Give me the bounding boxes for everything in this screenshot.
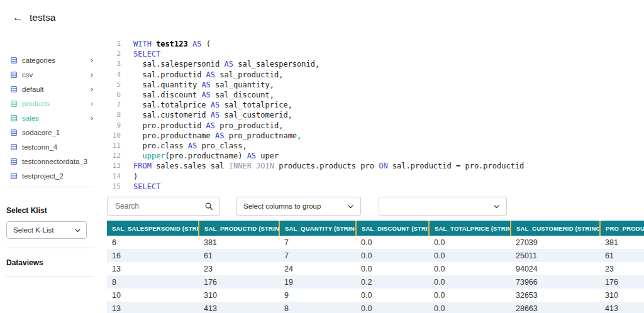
line-number: 8 (107, 110, 121, 120)
code-token: pro.productid (133, 121, 206, 130)
sidebar-divider (5, 187, 93, 187)
page-title: testsa (30, 12, 55, 23)
table-row: 638170.00.027039381 (107, 236, 644, 249)
sidebar-item-sodacore_1[interactable]: sodacore_1 (0, 125, 99, 140)
table-cell: 27039 (511, 236, 600, 249)
table-cell: 25011 (511, 249, 600, 262)
table-row: 166170.00.02501161 (107, 249, 644, 262)
table-cell: 176 (600, 275, 644, 288)
code-token: test123 (156, 40, 188, 48)
content-area: categories›csv›default›products›sales›so… (0, 35, 644, 313)
code-token: SELECT (133, 182, 160, 191)
filter-dropdown[interactable] (379, 197, 507, 216)
table-row: 1323240.00.09402423 (107, 262, 644, 275)
column-header[interactable]: SAL_DISCOUNT (STRING) (356, 221, 429, 236)
column-header[interactable]: PRO_PRODUCT (600, 221, 644, 236)
table-cell: 0.0 (356, 249, 429, 262)
sidebar-item-testconn_4[interactable]: testconn_4 (0, 140, 99, 154)
search-input[interactable] (114, 201, 204, 211)
sql-editor[interactable]: 1WITH test123 AS (2SELECT3 sal.salespers… (107, 35, 644, 192)
column-header[interactable]: SAL_PRODUCTID (STRING) (199, 221, 279, 236)
code-token: uper (256, 151, 279, 160)
column-header[interactable]: SAL_CUSTOMERID (STRING) (511, 221, 600, 236)
table-cell: 0.0 (429, 236, 511, 249)
sidebar: categories›csv›default›products›sales›so… (0, 35, 99, 313)
chevron-right-icon[interactable]: › (91, 85, 93, 93)
column-header[interactable]: SAL_SALESPERSONID (STRING) (107, 221, 199, 236)
sidebar-item-testconnectordata_3[interactable]: testconnectordata_3 (0, 154, 99, 168)
chevron-right-icon[interactable]: › (91, 99, 93, 107)
database-icon (10, 172, 18, 180)
table-cell: 24 (279, 262, 356, 275)
code-token: sal.salespersonid (133, 60, 225, 69)
table-cell: 0.2 (356, 275, 429, 288)
back-arrow-icon[interactable]: ← (13, 11, 23, 24)
table-cell: 7 (279, 236, 356, 249)
sidebar-item-products[interactable]: products› (0, 96, 99, 111)
column-header[interactable]: SAL_QUANTITY (STRING) (279, 221, 356, 236)
code-lines: 1WITH test123 AS (2SELECT3 sal.salespers… (107, 39, 644, 192)
database-icon (10, 85, 18, 93)
code-token: ( (201, 40, 210, 48)
results-toolbar: Select columns to group (107, 192, 644, 221)
table-cell: 310 (600, 288, 644, 302)
code-token: products.products pro (274, 162, 379, 170)
code-line: 5 sal.quantity AS sal_quantity, (107, 80, 644, 90)
line-number: 1 (107, 39, 121, 49)
sidebar-item-categories[interactable]: categories› (0, 53, 99, 67)
sidebar-item-sales[interactable]: sales› (0, 111, 99, 125)
code-token: sal.quantity (133, 80, 201, 89)
chevron-right-icon[interactable]: › (91, 56, 93, 64)
sidebar-item-label: csv (22, 71, 33, 79)
code-token: sal_discount, (211, 91, 274, 99)
klist-dropdown-value: Select K-List (13, 226, 54, 234)
chevron-down-icon (493, 203, 500, 210)
search-box[interactable] (107, 197, 220, 216)
code-token: AS (211, 101, 219, 109)
sidebar-item-label: testproject_2 (22, 172, 64, 180)
table-cell: 0.0 (356, 236, 429, 249)
code-token (133, 151, 142, 160)
chevron-right-icon[interactable]: › (91, 114, 93, 122)
table-cell: 61 (600, 249, 644, 262)
search-icon[interactable] (204, 202, 213, 211)
code-token: sal.discount (133, 91, 201, 99)
group-columns-dropdown[interactable]: Select columns to group (236, 197, 361, 216)
table-cell: 23 (600, 262, 644, 275)
code-line: 14) (107, 172, 644, 182)
chevron-right-icon[interactable]: › (91, 70, 93, 79)
sidebar-item-default[interactable]: default› (0, 82, 99, 96)
code-token: sal_salespersonid, (233, 60, 319, 69)
code-token: INNER JOIN (229, 162, 274, 170)
code-token: sal.productid = pro.productid (388, 162, 525, 170)
database-icon (10, 143, 18, 151)
code-token: sales.sales sal (152, 162, 229, 170)
klist-dropdown[interactable]: Select K-List (6, 221, 87, 239)
code-token: sal_totalprice, (219, 101, 292, 109)
column-header[interactable]: SAL_TOTALPRICE (STRING) (429, 221, 511, 236)
table-cell: 23 (199, 262, 279, 275)
line-number: 15 (107, 182, 121, 192)
code-line: 4 sal.productid AS sal_productid, (107, 70, 644, 80)
line-number: 11 (107, 141, 121, 151)
sidebar-nav: categories›csv›default›products›sales›so… (0, 53, 99, 183)
line-number: 7 (107, 100, 121, 110)
table-cell: 176 (199, 275, 279, 288)
code-line: 1WITH test123 AS ( (107, 39, 644, 49)
table-row: 1031090.00.032653310 (107, 288, 644, 302)
code-token: upper (142, 151, 165, 160)
sidebar-item-testproject_2[interactable]: testproject_2 (0, 168, 99, 183)
code-line: 9 pro.productid AS pro_productid, (107, 121, 644, 131)
table-cell: 0.0 (429, 262, 511, 275)
code-token: WITH (133, 40, 152, 48)
table-cell: 16 (107, 249, 199, 262)
database-icon (10, 129, 18, 136)
sidebar-divider (5, 276, 93, 277)
sidebar-item-csv[interactable]: csv› (0, 67, 99, 82)
code-line: 8 sal.customerid AS sal_customerid, (107, 110, 644, 120)
code-line: 6 sal.discount AS sal_discount, (107, 90, 644, 100)
chevron-down-icon (74, 227, 81, 234)
code-token: AS (201, 91, 210, 99)
table-cell: 13 (107, 262, 199, 275)
table-cell: 413 (199, 302, 279, 313)
